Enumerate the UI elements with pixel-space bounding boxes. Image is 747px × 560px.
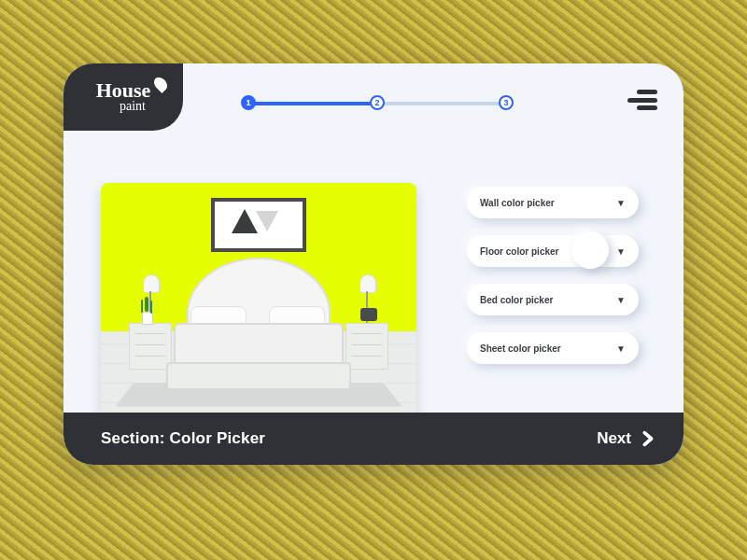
chevron-down-icon: ▼ bbox=[616, 343, 626, 354]
plant-icon bbox=[142, 299, 151, 323]
step-1[interactable]: 1 bbox=[241, 95, 256, 110]
step-3[interactable]: 3 bbox=[499, 95, 514, 110]
wall-art bbox=[211, 198, 306, 252]
main-card: House paint 1 2 3 bbox=[63, 63, 684, 465]
nightstand-right bbox=[345, 323, 388, 370]
chevron-down-icon: ▼ bbox=[616, 246, 626, 257]
color-picker-list: Wall color picker ▼ Floor color picker ▼… bbox=[467, 187, 639, 364]
menu-icon[interactable] bbox=[627, 90, 657, 110]
floor-swatch[interactable] bbox=[571, 231, 609, 269]
section-title: Section: Color Picker bbox=[101, 429, 265, 448]
card-footer: Section: Color Picker Next bbox=[63, 413, 684, 465]
mattress bbox=[174, 323, 344, 366]
next-label: Next bbox=[597, 429, 631, 448]
stepper-track-todo bbox=[379, 102, 508, 105]
sheet-color-picker[interactable]: Sheet color picker ▼ bbox=[467, 332, 639, 364]
next-button[interactable]: Next bbox=[597, 428, 657, 449]
app-background: House paint 1 2 3 bbox=[0, 0, 747, 560]
clock-icon bbox=[360, 308, 377, 321]
picker-label: Sheet color picker bbox=[480, 343, 561, 354]
nightstand-left bbox=[129, 323, 172, 370]
chevron-down-icon: ▼ bbox=[616, 198, 626, 208]
stepper-track-done bbox=[245, 102, 379, 105]
floor-color-picker[interactable]: Floor color picker ▼ bbox=[467, 235, 639, 267]
chevron-right-icon bbox=[637, 428, 657, 449]
progress-stepper: 1 2 3 bbox=[241, 93, 512, 112]
brand-line2: paint bbox=[120, 99, 146, 114]
wall-color-picker[interactable]: Wall color picker ▼ bbox=[467, 187, 639, 218]
picker-label: Wall color picker bbox=[480, 198, 555, 208]
brand-logo: House paint bbox=[63, 63, 183, 131]
footboard bbox=[166, 362, 351, 390]
step-2[interactable]: 2 bbox=[370, 95, 385, 110]
brand-line1: House bbox=[96, 80, 151, 101]
picker-label: Bed color picker bbox=[480, 295, 553, 305]
chevron-down-icon: ▼ bbox=[616, 295, 626, 305]
room-preview bbox=[101, 183, 416, 422]
paint-drop-icon bbox=[151, 75, 170, 93]
picker-label: Floor color picker bbox=[480, 246, 558, 257]
bed-color-picker[interactable]: Bed color picker ▼ bbox=[467, 284, 639, 315]
